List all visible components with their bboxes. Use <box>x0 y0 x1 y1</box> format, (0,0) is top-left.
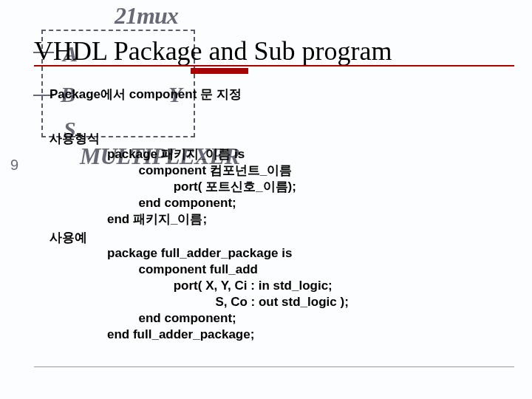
section-example-label: 사용예 <box>50 229 87 246</box>
title-accent-bar <box>191 68 248 74</box>
code-format: package 패키지_이름 is component 컴포넌트_이름 port… <box>107 146 296 228</box>
code-example: package full_adder_package is component … <box>107 245 349 344</box>
subtitle: Package에서 component 문 지정 <box>50 86 242 103</box>
slide-content: VHDL Package and Sub program Package에서 c… <box>0 0 532 399</box>
title-underline <box>34 65 514 66</box>
bottom-divider <box>34 366 514 367</box>
page-title: VHDL Package and Sub program <box>34 35 392 66</box>
section-format-label: 사용형식 <box>50 130 100 147</box>
